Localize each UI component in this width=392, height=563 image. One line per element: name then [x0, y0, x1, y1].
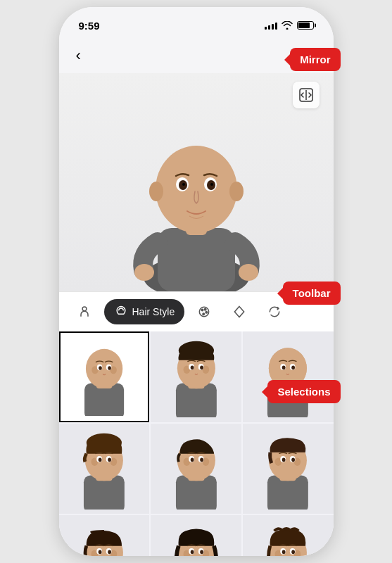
mini-avatar-5 — [156, 428, 237, 510]
svg-point-104 — [282, 550, 286, 554]
selection-item-8[interactable] — [151, 515, 241, 556]
svg-point-69 — [200, 458, 203, 462]
mirror-button[interactable] — [293, 82, 320, 108]
svg-point-87 — [108, 550, 111, 554]
svg-point-13 — [210, 183, 213, 186]
svg-point-60 — [108, 458, 111, 462]
svg-point-15 — [239, 264, 258, 281]
battery-icon — [297, 21, 314, 30]
status-time: 9:59 — [79, 20, 100, 32]
signal-icon — [265, 21, 277, 30]
status-bar: 9:59 — [59, 7, 334, 38]
selection-item-2[interactable] — [151, 331, 241, 422]
svg-point-30 — [108, 366, 111, 370]
svg-point-39 — [190, 366, 194, 370]
svg-point-68 — [190, 458, 194, 462]
mini-avatar-6 — [247, 428, 329, 510]
svg-point-14 — [134, 264, 154, 281]
svg-point-40 — [200, 366, 203, 370]
svg-point-7 — [229, 182, 244, 201]
svg-point-20 — [206, 312, 208, 314]
body-icon — [77, 305, 91, 319]
mini-avatar-3 — [247, 336, 329, 417]
mini-avatar-9 — [247, 520, 329, 556]
hairstyle-label: Hair Style — [132, 306, 175, 317]
diamond-icon — [232, 305, 246, 319]
mini-avatar-4 — [63, 428, 145, 510]
refresh-icon — [267, 305, 282, 319]
svg-point-18 — [201, 309, 203, 311]
back-button[interactable]: ‹ — [73, 44, 84, 68]
svg-point-105 — [291, 550, 295, 554]
mini-avatar-2 — [156, 336, 237, 417]
selection-item-4[interactable] — [59, 424, 150, 514]
toolbar-color-button[interactable] — [189, 299, 220, 324]
svg-point-5 — [156, 146, 237, 233]
svg-point-24 — [86, 349, 122, 388]
hair-icon — [114, 305, 128, 319]
svg-point-6 — [149, 182, 163, 201]
svg-point-96 — [200, 550, 203, 554]
mini-avatar-1 — [65, 337, 144, 416]
avatar-area — [59, 73, 334, 291]
selection-item-6[interactable] — [243, 424, 334, 514]
selection-item-9[interactable] — [243, 515, 334, 556]
svg-point-59 — [99, 458, 102, 462]
toolbar-hairstyle-button[interactable]: Hair Style — [104, 299, 185, 324]
svg-point-46 — [269, 348, 307, 389]
svg-point-95 — [190, 550, 194, 554]
svg-point-78 — [291, 458, 295, 462]
selection-item-5[interactable] — [151, 424, 241, 514]
phone-frame: 9:59 ‹ Done — [59, 7, 334, 556]
svg-point-86 — [99, 550, 102, 554]
toolbar-shape-button[interactable] — [224, 299, 255, 324]
svg-point-12 — [182, 183, 185, 186]
selection-item-1[interactable] — [59, 331, 150, 422]
selection-item-7[interactable] — [59, 515, 150, 556]
svg-point-50 — [291, 366, 295, 370]
mini-avatar-8 — [156, 520, 237, 556]
toolbar: Hair Style — [59, 291, 334, 331]
selection-item-3[interactable] — [243, 331, 334, 422]
toolbar-more-button[interactable] — [259, 299, 290, 324]
svg-point-16 — [82, 307, 87, 311]
top-nav: ‹ Done — [59, 38, 334, 73]
svg-point-29 — [99, 366, 102, 370]
svg-point-19 — [205, 308, 207, 310]
avatar-figure — [119, 87, 274, 291]
done-button[interactable]: Done — [291, 49, 320, 63]
mini-avatar-7 — [63, 520, 145, 556]
svg-rect-3 — [158, 228, 235, 291]
palette-icon — [197, 305, 211, 319]
status-icons — [265, 21, 314, 30]
toolbar-body-button[interactable] — [69, 299, 100, 324]
mirror-icon — [298, 87, 314, 103]
svg-point-77 — [282, 458, 286, 462]
svg-point-21 — [203, 313, 205, 315]
svg-point-49 — [282, 366, 286, 370]
wifi-icon — [282, 21, 293, 30]
selections-grid — [59, 331, 334, 556]
